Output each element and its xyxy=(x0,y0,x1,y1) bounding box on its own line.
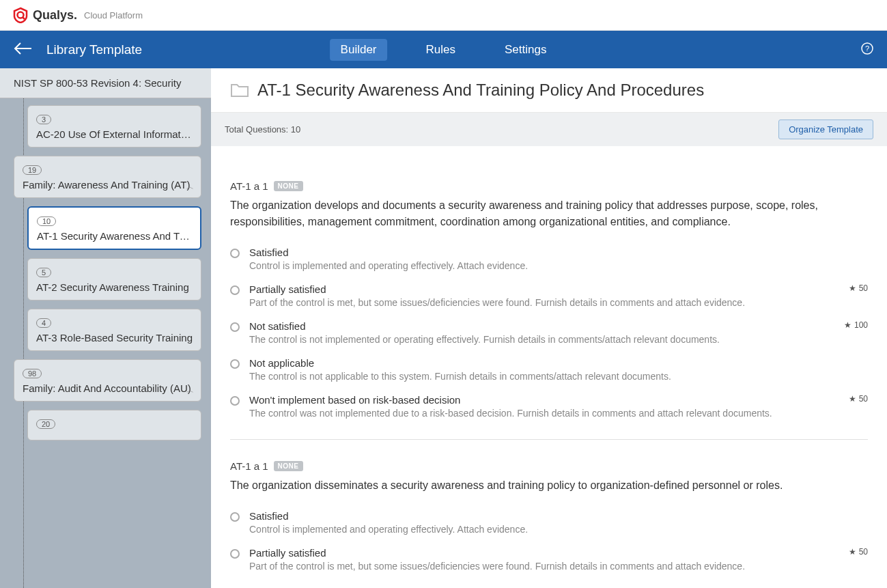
option-title: Partially satisfied xyxy=(249,547,839,559)
main-header: AT-1 Security Awareness And Training Pol… xyxy=(211,68,887,113)
sidebar: NIST SP 800-53 Revision 4: Security 3AC-… xyxy=(0,68,211,588)
brand-subtitle: Cloud Platform xyxy=(84,10,143,20)
option-title: Satisfied xyxy=(249,247,868,258)
star-icon: ★ xyxy=(849,283,856,293)
radio-icon[interactable] xyxy=(230,549,240,559)
chevron-up-icon[interactable]: ︿ xyxy=(186,385,194,395)
answer-option[interactable]: Partially satisfiedPart of the control i… xyxy=(230,283,868,308)
radio-icon[interactable] xyxy=(230,285,240,295)
node-count-badge: 5 xyxy=(36,268,51,277)
option-description: Part of the control is met, but some iss… xyxy=(249,561,839,572)
star-icon: ★ xyxy=(849,394,856,404)
node-title: AT-3 Role-Based Security Training xyxy=(36,332,193,344)
tree-panel[interactable]: 3AC-20 Use Of External Information Syste… xyxy=(0,98,211,588)
tree-node[interactable]: 20 xyxy=(27,410,201,440)
option-description: Control is implemented and operating eff… xyxy=(249,524,868,535)
radio-icon[interactable] xyxy=(230,512,240,522)
option-title: Partially satisfied xyxy=(249,283,839,295)
question-id: AT-1 a 1NONE xyxy=(230,180,868,192)
questions-content[interactable]: AT-1 a 1NONEThe organization develops an… xyxy=(211,146,887,588)
page-title: Library Template xyxy=(46,42,142,57)
option-title: Satisfied xyxy=(249,510,868,522)
option-score: ★50 xyxy=(849,283,868,293)
node-count-badge: 98 xyxy=(23,369,42,378)
folder-icon xyxy=(230,82,249,98)
star-icon: ★ xyxy=(849,547,856,557)
scoring-badge: NONE xyxy=(274,181,303,191)
brand-name: Qualys. xyxy=(33,8,77,23)
option-description: The control was not implemented due to a… xyxy=(249,408,839,419)
tree-node[interactable]: 19Family: Awareness And Training (AT)︿ xyxy=(14,156,201,198)
question-text: The organization develops and documents … xyxy=(230,197,868,230)
brand-logo: Qualys. Cloud Platform xyxy=(12,7,143,23)
node-count-badge: 19 xyxy=(23,165,42,175)
toolbar: Total Questions: 10 Organize Template xyxy=(211,113,887,146)
tree-node[interactable]: 4AT-3 Role-Based Security Training xyxy=(27,309,201,351)
question-block: AT-1 a 1NONEThe organization develops an… xyxy=(230,180,868,419)
question-text: The organization disseminates a security… xyxy=(230,477,868,494)
main-panel: AT-1 Security Awareness And Training Pol… xyxy=(211,68,887,588)
total-questions: Total Questions: 10 xyxy=(225,124,300,135)
chevron-up-icon[interactable]: ︿ xyxy=(186,182,194,192)
answer-option[interactable]: SatisfiedControl is implemented and oper… xyxy=(230,510,868,535)
option-title: Won't implement based on risk-based deci… xyxy=(249,394,839,406)
option-title: Not applicable xyxy=(249,357,868,369)
tree-node[interactable]: 5AT-2 Security Awareness Training xyxy=(27,258,201,300)
header-bar: Library Template BuilderRulesSettings ? xyxy=(0,31,887,68)
option-description: Part of the control is met, but some iss… xyxy=(249,297,839,308)
tab-settings[interactable]: Settings xyxy=(494,39,557,61)
help-icon[interactable]: ? xyxy=(861,42,873,57)
qualys-shield-icon xyxy=(12,7,29,23)
option-title: Not satisfied xyxy=(249,320,834,332)
scoring-badge: NONE xyxy=(274,461,303,471)
node-title: Family: Audit And Accountability (AU) xyxy=(23,382,193,394)
answer-option[interactable]: Won't implement based on risk-based deci… xyxy=(230,394,868,419)
node-title: AT-1 Security Awareness And Training Pol… xyxy=(37,230,192,242)
option-score: ★50 xyxy=(849,394,868,404)
option-description: The control is not applicable to this sy… xyxy=(249,371,868,382)
answer-option[interactable]: SatisfiedControl is implemented and oper… xyxy=(230,247,868,271)
option-description: Control is implemented and operating eff… xyxy=(249,260,868,271)
back-arrow-icon[interactable] xyxy=(14,42,33,58)
svg-text:?: ? xyxy=(865,44,869,53)
node-count-badge: 4 xyxy=(36,318,51,328)
node-title: AC-20 Use Of External Information System… xyxy=(36,128,193,140)
radio-icon[interactable] xyxy=(230,359,240,369)
organize-template-button[interactable]: Organize Template xyxy=(778,120,873,139)
radio-icon[interactable] xyxy=(230,396,240,406)
radio-icon[interactable] xyxy=(230,249,240,258)
node-title: AT-2 Security Awareness Training xyxy=(36,281,193,293)
node-count-badge: 10 xyxy=(37,216,56,226)
node-count-badge: 20 xyxy=(36,419,55,429)
answer-option[interactable]: Not applicableThe control is not applica… xyxy=(230,357,868,382)
divider xyxy=(230,439,868,440)
tree-node[interactable]: 3AC-20 Use Of External Information Syste… xyxy=(27,105,201,148)
tree-node[interactable]: 98Family: Audit And Accountability (AU)︿ xyxy=(14,359,201,402)
answer-option[interactable]: Partially satisfiedPart of the control i… xyxy=(230,547,868,572)
topbar: Qualys. Cloud Platform xyxy=(0,0,887,31)
option-description: The control is not implemented or operat… xyxy=(249,334,834,345)
node-count-badge: 3 xyxy=(36,115,51,124)
template-name: NIST SP 800-53 Revision 4: Security xyxy=(0,68,211,98)
option-score: ★100 xyxy=(844,320,868,330)
tab-rules[interactable]: Rules xyxy=(415,39,466,61)
tab-builder[interactable]: Builder xyxy=(330,39,388,61)
section-title: AT-1 Security Awareness And Training Pol… xyxy=(257,81,704,100)
node-title: Family: Awareness And Training (AT) xyxy=(23,179,193,191)
tree-node[interactable]: 10AT-1 Security Awareness And Training P… xyxy=(27,206,201,250)
star-icon: ★ xyxy=(844,320,851,330)
answer-option[interactable]: Not satisfiedThe control is not implemen… xyxy=(230,320,868,345)
question-block: AT-1 a 1NONEThe organization disseminate… xyxy=(230,460,868,572)
option-score: ★50 xyxy=(849,547,868,557)
radio-icon[interactable] xyxy=(230,322,240,332)
question-id: AT-1 a 1NONE xyxy=(230,460,868,472)
svg-line-1 xyxy=(23,17,25,19)
